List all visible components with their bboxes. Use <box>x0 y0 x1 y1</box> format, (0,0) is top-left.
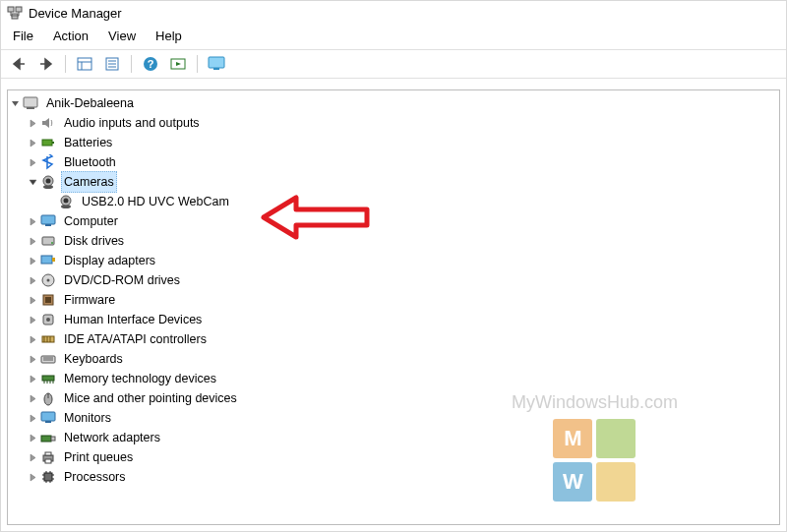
scan-button[interactable] <box>166 53 190 75</box>
tree-node[interactable]: DVD/CD-ROM drives <box>8 270 779 290</box>
show-hidden-button[interactable] <box>73 53 96 75</box>
expand-toggle[interactable] <box>26 329 39 349</box>
tree-node-label[interactable]: DVD/CD-ROM drives <box>61 269 183 291</box>
computer-root-icon <box>22 94 39 112</box>
expand-toggle[interactable] <box>26 211 39 231</box>
tree-node[interactable]: Disk drives <box>8 231 779 251</box>
tree-node[interactable]: Monitors <box>8 408 779 428</box>
tree-node-label[interactable]: Disk drives <box>61 230 127 252</box>
svg-rect-56 <box>41 412 55 421</box>
tree-node[interactable]: Processors <box>8 467 779 487</box>
svg-rect-20 <box>24 97 37 107</box>
tree-node-label[interactable]: Memory technology devices <box>61 368 219 389</box>
ide-controller-icon <box>39 330 57 348</box>
device-tree[interactable]: Anik-Debaleena Audio inputs and outputsB… <box>7 89 780 525</box>
svg-rect-18 <box>209 57 224 68</box>
toolbar-sep <box>197 55 198 73</box>
tree-node[interactable]: Keyboards <box>8 349 779 369</box>
expand-toggle[interactable] <box>26 388 39 408</box>
expand-toggle[interactable] <box>26 231 39 251</box>
menu-help[interactable]: Help <box>148 27 190 45</box>
tree-node-label[interactable]: Mice and other pointing devices <box>61 387 240 409</box>
tree-node-label[interactable]: Monitors <box>61 407 114 429</box>
tree-node[interactable]: Audio inputs and outputs <box>8 113 779 133</box>
tree-node[interactable]: Batteries <box>8 133 779 152</box>
svg-point-41 <box>46 318 50 322</box>
properties-icon <box>104 57 120 71</box>
monitor-button[interactable] <box>205 53 228 75</box>
svg-rect-7 <box>78 58 91 70</box>
expand-toggle[interactable] <box>26 113 39 133</box>
tree-node-label[interactable]: IDE ATA/ATAPI controllers <box>61 328 210 350</box>
keyboard-icon <box>39 350 57 368</box>
expand-toggle[interactable] <box>26 251 39 270</box>
expand-toggle[interactable] <box>26 290 39 310</box>
svg-point-26 <box>46 179 51 184</box>
monitor-device-icon <box>39 212 57 230</box>
expand-toggle[interactable] <box>8 93 22 113</box>
svg-point-33 <box>51 242 53 244</box>
expand-toggle[interactable] <box>26 428 39 447</box>
expand-toggle[interactable] <box>26 172 39 192</box>
toolbar: ? <box>1 49 786 79</box>
back-button[interactable] <box>7 53 30 75</box>
tree-node-label[interactable]: Audio inputs and outputs <box>61 112 203 134</box>
expand-toggle[interactable] <box>26 467 39 487</box>
expand-toggle[interactable] <box>26 152 39 172</box>
expand-toggle[interactable] <box>26 270 39 290</box>
tree-node-label[interactable]: Bluetooth <box>61 151 119 173</box>
tree-node-label[interactable]: Processors <box>61 466 129 488</box>
tree-node-label[interactable]: Network adapters <box>61 427 163 448</box>
tree-node[interactable]: Firmware <box>8 290 779 310</box>
expand-toggle[interactable] <box>26 349 39 369</box>
expand-toggle[interactable] <box>26 369 39 388</box>
svg-rect-59 <box>51 437 55 441</box>
tree-child-node[interactable]: USB2.0 HD UVC WebCam <box>8 192 779 211</box>
tree-node-label[interactable]: Batteries <box>61 132 115 153</box>
tree-node-label[interactable]: Keyboards <box>61 348 126 370</box>
optical-drive-icon <box>39 271 57 289</box>
tree-root-row[interactable]: Anik-Debaleena <box>8 93 779 113</box>
menu-action[interactable]: Action <box>45 27 96 45</box>
tree-node[interactable]: Print queues <box>8 447 779 467</box>
expand-toggle[interactable] <box>26 310 39 329</box>
expand-toggle[interactable] <box>26 408 39 428</box>
toolbar-sep <box>65 55 66 73</box>
tree-node-label[interactable]: Print queues <box>61 446 136 468</box>
tree-node[interactable]: Display adapters <box>8 251 779 270</box>
show-hidden-icon <box>77 57 92 71</box>
monitor-device-icon <box>39 409 57 427</box>
tree-node[interactable]: Memory technology devices <box>8 369 779 388</box>
svg-rect-57 <box>45 421 51 423</box>
tree-node-label[interactable]: Firmware <box>61 289 118 311</box>
expand-placeholder <box>43 192 57 211</box>
tree-node[interactable]: Network adapters <box>8 428 779 447</box>
svg-rect-19 <box>213 68 219 70</box>
svg-rect-30 <box>41 215 55 224</box>
expand-toggle[interactable] <box>26 133 39 152</box>
tree-node[interactable]: Cameras <box>8 172 779 192</box>
tree-node[interactable]: Computer <box>8 211 779 231</box>
help-button[interactable]: ? <box>139 53 162 75</box>
menu-view[interactable]: View <box>100 27 144 45</box>
tree-root-label[interactable]: Anik-Debaleena <box>43 92 137 114</box>
tree-node[interactable]: Human Interface Devices <box>8 310 779 329</box>
tree-node[interactable]: Bluetooth <box>8 152 779 172</box>
tree-node[interactable]: Mice and other pointing devices <box>8 388 779 408</box>
tree-node[interactable]: IDE ATA/ATAPI controllers <box>8 329 779 349</box>
tree-node-label[interactable]: Display adapters <box>61 250 158 271</box>
camera-icon <box>57 193 75 210</box>
printer-icon <box>39 448 57 466</box>
processor-icon <box>39 468 57 486</box>
properties-button[interactable] <box>100 53 124 75</box>
titlebar: Device Manager <box>1 1 786 25</box>
menu-file[interactable]: File <box>5 27 41 45</box>
tree-node-label[interactable]: Cameras <box>61 171 117 193</box>
expand-toggle[interactable] <box>26 447 39 467</box>
tree-node-label[interactable]: USB2.0 HD UVC WebCam <box>79 191 232 212</box>
disk-drive-icon <box>39 232 57 250</box>
tree-node-label[interactable]: Human Interface Devices <box>61 309 205 330</box>
forward-button[interactable] <box>34 53 58 75</box>
tree-node-label[interactable]: Computer <box>61 210 121 232</box>
svg-rect-39 <box>45 297 51 303</box>
